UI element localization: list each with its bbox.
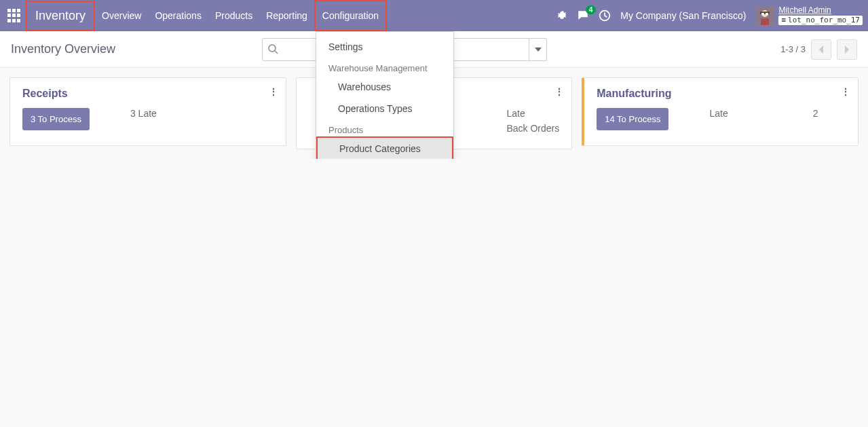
database-badge: lot_no_for_mo_17 — [778, 16, 863, 25]
dropdown-section-products: Products — [316, 119, 453, 138]
debug-icon[interactable] — [556, 10, 567, 21]
pager: 1-3 / 3 — [780, 39, 857, 60]
navbar-left: Inventory Overview Operations Products R… — [5, 0, 387, 31]
configuration-dropdown: Settings Warehouse Management Warehouses… — [316, 31, 454, 159]
nav-overview[interactable]: Overview — [95, 0, 148, 31]
delivery-backorders-label[interactable]: Back Orders — [506, 123, 559, 134]
svg-rect-5 — [766, 13, 768, 15]
receipts-process-button[interactable]: 3 To Process — [22, 108, 90, 130]
svg-rect-4 — [761, 13, 764, 15]
svg-rect-6 — [761, 18, 769, 25]
page-title: Inventory Overview — [11, 42, 115, 56]
search-options-toggle[interactable] — [529, 38, 547, 61]
search-icon — [267, 43, 278, 54]
app-brand-inventory[interactable]: Inventory — [26, 1, 95, 31]
pager-next-button[interactable] — [837, 39, 857, 60]
dropdown-product-categories[interactable]: Product Categories — [316, 136, 453, 159]
main-navbar: Inventory Overview Operations Products R… — [0, 0, 868, 31]
conversations-badge: 4 — [586, 5, 597, 14]
receipts-late-label[interactable]: 3 Late — [130, 108, 157, 119]
user-avatar-icon — [755, 6, 774, 25]
nav-operations[interactable]: Operations — [148, 0, 208, 31]
card-manufacturing: ⋮ Manufacturing 14 To Process Late 2 — [582, 77, 858, 146]
conversations-icon[interactable]: 4 — [577, 10, 589, 22]
dropdown-operations-types[interactable]: Operations Types — [316, 98, 453, 119]
apps-grid-icon[interactable] — [5, 7, 22, 24]
delivery-late-label[interactable]: Late — [506, 108, 525, 119]
manufacturing-late-label[interactable]: Late — [709, 108, 728, 119]
user-name-label: Mitchell Admin — [778, 6, 863, 15]
card-manufacturing-menu-icon[interactable]: ⋮ — [841, 86, 850, 97]
nav-products[interactable]: Products — [208, 0, 259, 31]
manufacturing-late-value: 2 — [813, 108, 818, 119]
activities-clock-icon[interactable] — [599, 10, 611, 22]
dropdown-warehouses[interactable]: Warehouses — [316, 76, 453, 98]
card-receipts-menu-icon[interactable]: ⋮ — [269, 86, 278, 97]
card-manufacturing-title: Manufacturing — [597, 88, 846, 100]
manufacturing-process-button[interactable]: 14 To Process — [597, 108, 668, 130]
nav-reporting[interactable]: Reporting — [259, 0, 314, 31]
card-receipts-title: Receipts — [22, 88, 273, 100]
company-switcher[interactable]: My Company (San Francisco) — [620, 10, 746, 21]
user-menu[interactable]: Mitchell Admin lot_no_for_mo_17 — [755, 6, 863, 25]
pager-counter: 1-3 / 3 — [780, 44, 806, 54]
card-receipts: ⋮ Receipts 3 To Process 3 Late — [10, 77, 286, 146]
svg-point-7 — [269, 45, 276, 52]
dropdown-section-warehouse: Warehouse Management — [316, 58, 453, 76]
nav-configuration[interactable]: Configuration — [314, 0, 387, 31]
navbar-right: 4 My Company (San Francisco) Mitchell Ad… — [556, 0, 863, 31]
card-delivery-menu-icon[interactable]: ⋮ — [554, 86, 563, 97]
dropdown-settings[interactable]: Settings — [316, 36, 453, 58]
pager-prev-button[interactable] — [811, 39, 831, 60]
